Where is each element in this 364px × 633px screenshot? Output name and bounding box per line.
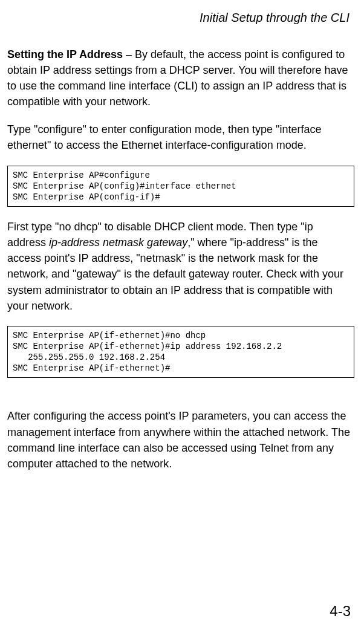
- paragraph-configure: Type "configure" to enter configuration …: [7, 122, 354, 153]
- code-block-ip-address: SMC Enterprise AP(if-ethernet)#no dhcp S…: [7, 326, 354, 378]
- page-number: 4-3: [330, 603, 351, 620]
- code-block-configure: SMC Enterprise AP#configure SMC Enterpri…: [7, 166, 354, 207]
- paragraph-after-config: After configuring the access point's IP …: [7, 408, 354, 471]
- spacer: [7, 390, 354, 408]
- page-content: Setting the IP Address – By default, the…: [7, 47, 357, 472]
- paragraph-no-dhcp: First type "no dhcp" to disable DHCP cli…: [7, 219, 354, 314]
- ip-address-syntax: ip-address netmask gateway: [49, 236, 187, 248]
- page-header-title: Initial Setup through the CLI: [7, 11, 349, 25]
- paragraph-setting-ip: Setting the IP Address – By default, the…: [7, 47, 354, 109]
- setting-ip-heading: Setting the IP Address: [7, 48, 123, 60]
